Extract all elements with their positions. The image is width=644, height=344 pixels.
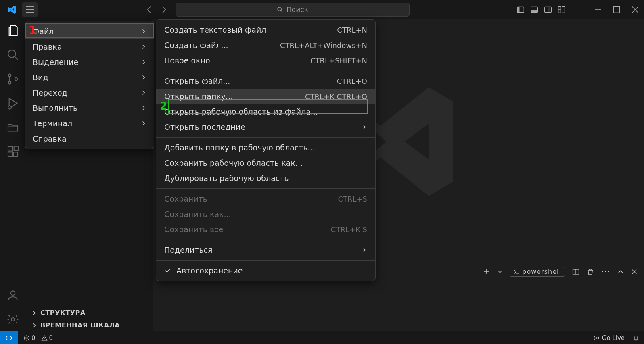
svg-point-19 [11, 291, 15, 295]
sidebar-timeline-label: ВРЕМЕННАЯ ШКАЛА [40, 321, 120, 329]
svg-rect-8 [562, 7, 565, 13]
chevron-right-icon [362, 124, 367, 130]
account-icon[interactable] [6, 289, 19, 302]
terminal-shell-label: powershell [522, 268, 561, 275]
submenu-new-text-file[interactable]: Создать текстовый файлCTRL+N [156, 22, 375, 38]
menu-run[interactable]: Выполнить [25, 100, 154, 116]
chevron-right-icon [141, 90, 146, 96]
svg-rect-18 [14, 146, 19, 151]
submenu-add-folder-workspace[interactable]: Добавить папку в рабочую область... [156, 140, 375, 155]
menu-help[interactable]: Справка [25, 131, 154, 146]
hamburger-menu-button[interactable] [22, 2, 38, 17]
go-live-button[interactable]: Go Live [593, 334, 625, 342]
layout-right-icon[interactable] [544, 6, 552, 14]
window-close-icon[interactable] [626, 6, 639, 14]
warnings-status[interactable]: 0 [41, 334, 53, 342]
svg-rect-5 [545, 7, 552, 12]
menu-file[interactable]: Файл [25, 24, 154, 39]
svg-rect-4 [531, 10, 538, 13]
submenu-new-window[interactable]: Новое окноCTRL+SHIFT+N [156, 53, 375, 68]
folder-icon[interactable] [6, 121, 19, 134]
menu-separator [156, 260, 375, 261]
menu-selection[interactable]: Выделение [25, 54, 154, 70]
run-debug-icon[interactable] [6, 97, 19, 110]
extensions-icon[interactable] [6, 145, 19, 158]
notifications-icon[interactable] [633, 335, 639, 341]
forward-arrow-icon[interactable] [159, 5, 168, 14]
svg-point-23 [596, 337, 597, 339]
status-bar: 0 0 Go Live [0, 331, 644, 344]
terminal-shell-selector[interactable]: powershell [510, 267, 565, 277]
layout-left-icon[interactable] [516, 6, 525, 14]
annotation-number-2: 2 [160, 100, 167, 112]
menu-view[interactable]: Вид [25, 70, 154, 85]
svg-rect-17 [13, 152, 18, 156]
svg-rect-9 [614, 7, 620, 13]
menu-separator [156, 71, 375, 71]
svg-point-13 [15, 78, 18, 81]
search-box[interactable]: Поиск [176, 3, 410, 17]
window-minimize-icon[interactable] [589, 6, 602, 14]
explorer-icon[interactable] [6, 24, 19, 37]
chevron-right-icon [31, 323, 37, 328]
svg-point-11 [8, 74, 11, 77]
chevron-right-icon [31, 310, 37, 316]
menu-go[interactable]: Переход [25, 85, 154, 100]
svg-point-10 [8, 50, 16, 58]
submenu-open-file[interactable]: Открыть файл...CTRL+O [156, 73, 375, 89]
title-bar: Поиск [0, 0, 644, 19]
search-icon [277, 6, 283, 13]
window-maximize-icon[interactable] [608, 6, 621, 14]
svg-rect-7 [558, 10, 561, 13]
layout-customize-icon[interactable] [558, 6, 566, 14]
svg-point-12 [8, 81, 11, 84]
source-control-icon[interactable] [6, 73, 19, 85]
more-icon[interactable]: ··· [601, 267, 610, 277]
submenu-save-as: Сохранить как... [156, 206, 375, 222]
chevron-right-icon [362, 247, 367, 253]
search-placeholder: Поиск [286, 6, 308, 14]
back-arrow-icon[interactable] [145, 5, 154, 14]
check-icon [164, 267, 172, 274]
menu-separator [156, 240, 375, 240]
submenu-save-all: Сохранить всеCTRL+K S [156, 222, 375, 237]
menu-terminal[interactable]: Терминал [25, 116, 154, 131]
menu-separator [156, 188, 375, 189]
terminal-dropdown-icon[interactable] [498, 269, 502, 274]
chevron-right-icon [141, 44, 146, 50]
nav-arrows [145, 5, 168, 14]
submenu-share[interactable]: Поделиться [156, 242, 375, 258]
new-terminal-icon[interactable] [483, 268, 490, 275]
menu-edit[interactable]: Правка [25, 39, 154, 54]
activity-bar [0, 19, 26, 331]
panel-close-icon[interactable] [631, 269, 638, 275]
submenu-open-workspace-from-file[interactable]: Открыть рабочую область из файла... [156, 104, 375, 119]
submenu-save-workspace-as[interactable]: Сохранить рабочую область как... [156, 155, 375, 171]
sidebar-outline-label: СТРУКТУРА [40, 309, 86, 317]
submenu-duplicate-workspace[interactable]: Дублировать рабочую область [156, 171, 375, 186]
submenu-open-recent[interactable]: Открыть последние [156, 119, 375, 135]
chevron-right-icon [141, 75, 146, 80]
svg-point-20 [11, 318, 15, 321]
layout-bottom-icon[interactable] [530, 6, 538, 14]
svg-rect-2 [517, 7, 520, 12]
settings-gear-icon[interactable] [6, 313, 19, 326]
kill-terminal-icon[interactable] [587, 268, 594, 275]
chevron-right-icon [141, 29, 146, 34]
panel-chevron-up-icon[interactable] [617, 269, 624, 275]
submenu-autosave[interactable]: Автосохранение [156, 263, 375, 278]
submenu-open-folder[interactable]: Открыть папку...CTRL+K CTRL+O [156, 89, 375, 104]
main-menu-popup: Файл Правка Выделение Вид Переход Выполн… [25, 21, 154, 149]
split-terminal-icon[interactable] [572, 268, 579, 275]
remote-button[interactable] [0, 331, 18, 344]
sidebar-outline-section[interactable]: СТРУКТУРА [26, 306, 153, 319]
submenu-save: СохранитьCTRL+S [156, 191, 375, 206]
submenu-new-file[interactable]: Создать файл...CTRL+ALT+Windows+N [156, 38, 375, 53]
chevron-right-icon [141, 121, 146, 126]
chevron-right-icon [141, 105, 146, 111]
errors-status[interactable]: 0 [23, 334, 36, 342]
vscode-logo-icon [3, 5, 22, 15]
sidebar-timeline-section[interactable]: ВРЕМЕННАЯ ШКАЛА [26, 319, 153, 331]
svg-rect-15 [8, 147, 13, 151]
search-activity-icon[interactable] [6, 48, 19, 61]
